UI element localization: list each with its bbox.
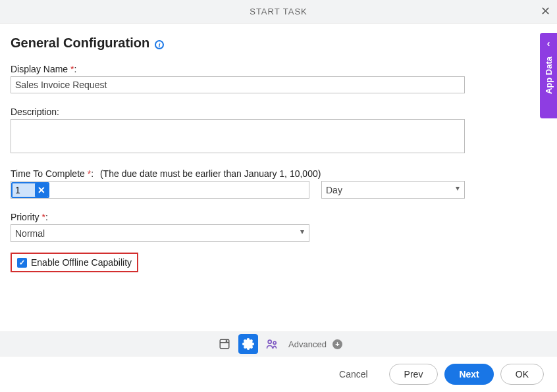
section-title: General Configuration (11, 36, 149, 51)
time-to-complete-input-inner: ✕ (11, 182, 49, 198)
display-name-label: Display Name *: (11, 64, 546, 74)
required-mark: * (70, 64, 74, 74)
priority-group: Priority *: Normal (11, 212, 546, 242)
form-view-icon[interactable] (215, 334, 234, 354)
description-input[interactable] (11, 119, 465, 153)
participants-icon[interactable] (262, 334, 282, 354)
next-button[interactable]: Next (444, 364, 493, 385)
time-to-complete-value[interactable] (13, 184, 35, 196)
ok-button[interactable]: OK (500, 364, 544, 385)
svg-rect-0 (220, 339, 229, 349)
dialog-header: START TASK ✕ (0, 0, 557, 24)
enable-offline-label: Enable Offline Capability (31, 257, 132, 268)
svg-point-5 (273, 341, 276, 344)
time-to-complete-row: ✕ Day (11, 181, 546, 199)
close-icon[interactable]: ✕ (541, 5, 550, 17)
dialog-title: START TASK (250, 7, 307, 16)
checkbox-checked-icon: ✓ (17, 258, 27, 268)
required-mark: * (41, 212, 45, 222)
svg-point-4 (268, 340, 271, 343)
clear-icon[interactable]: ✕ (35, 184, 48, 197)
time-to-complete-input-wrap: ✕ (11, 181, 309, 199)
priority-select[interactable]: Normal (11, 224, 309, 242)
info-icon[interactable]: i (155, 40, 164, 49)
cancel-button[interactable]: Cancel (325, 364, 383, 385)
prev-button[interactable]: Prev (389, 364, 438, 385)
advanced-label[interactable]: Advanced (288, 339, 327, 349)
time-unit-select-wrap: Day (321, 181, 465, 199)
settings-gear-icon[interactable] (238, 334, 258, 354)
section-heading-row: General Configuration i (11, 36, 546, 51)
display-name-input[interactable] (11, 76, 465, 93)
plus-circle-icon[interactable]: + (332, 339, 342, 349)
time-to-complete-label: Time To Complete *: (The due date must b… (11, 168, 546, 179)
display-name-group: Display Name *: (11, 64, 546, 93)
svg-point-2 (226, 341, 227, 342)
time-unit-select[interactable]: Day (321, 181, 465, 199)
priority-label: Priority *: (11, 212, 546, 222)
dialog-footer: Cancel Prev Next OK (0, 356, 557, 392)
chevron-left-icon: ‹ (547, 38, 550, 49)
app-data-label: App Data (544, 57, 554, 94)
time-to-complete-hint: (The due date must be earlier than Janua… (100, 168, 321, 179)
app-data-side-tab[interactable]: ‹ App Data (540, 33, 557, 118)
description-group: Description: (11, 107, 546, 155)
required-mark: * (88, 168, 91, 179)
bottom-toolbar: Advanced + (0, 331, 557, 356)
time-to-complete-group: Time To Complete *: (The due date must b… (11, 168, 546, 199)
priority-select-wrap: Normal (11, 224, 309, 242)
dialog-content: General Configuration i Display Name *: … (0, 24, 557, 331)
description-label: Description: (11, 107, 546, 117)
enable-offline-checkbox-row[interactable]: ✓ Enable Offline Capability (11, 253, 138, 272)
